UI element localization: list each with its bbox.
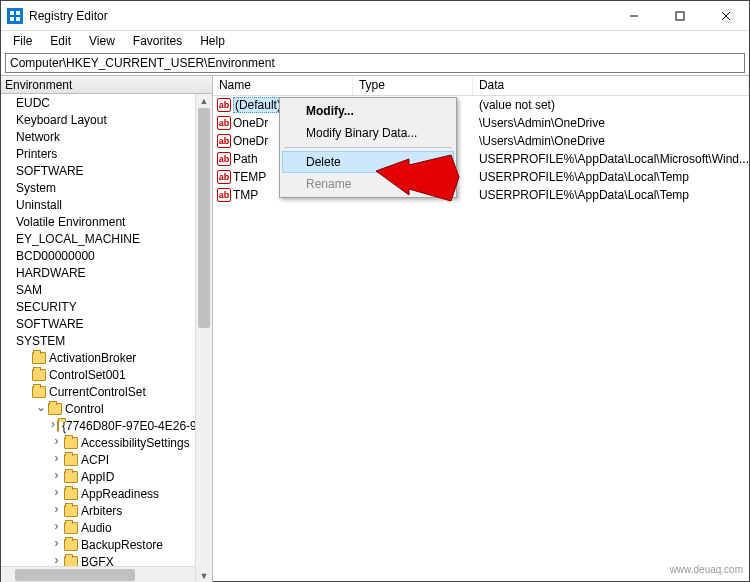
- tree-item[interactable]: HARDWARE: [1, 264, 212, 281]
- twisty-none: [3, 250, 14, 261]
- value-data: (value not set): [473, 98, 749, 112]
- tree-body[interactable]: EUDCKeyboard LayoutNetworkPrintersSOFTWA…: [1, 94, 212, 582]
- chevron-right-icon[interactable]: ›: [51, 437, 62, 448]
- column-name[interactable]: Name: [213, 76, 353, 95]
- minimize-button[interactable]: [611, 1, 657, 31]
- tree-item[interactable]: ControlSet001: [1, 366, 212, 383]
- scroll-thumb[interactable]: [198, 108, 210, 328]
- value-data: \Users\Admin\OneDrive: [473, 134, 749, 148]
- folder-icon: [32, 369, 46, 381]
- tree-item[interactable]: ›AppID: [1, 468, 212, 485]
- list-header: Name Type Data: [213, 76, 749, 96]
- tree-item[interactable]: ›AccessibilitySettings: [1, 434, 212, 451]
- column-type[interactable]: Type: [353, 76, 473, 95]
- folder-icon: [64, 539, 78, 551]
- tree-item[interactable]: Uninstall: [1, 196, 212, 213]
- tree-item[interactable]: ›BackupRestore: [1, 536, 212, 553]
- tree-item-label: Audio: [81, 521, 112, 535]
- chevron-down-icon[interactable]: ⌄: [35, 403, 46, 414]
- string-value-icon: ab: [217, 98, 231, 112]
- tree-item-label: EY_LOCAL_MACHINE: [16, 232, 140, 246]
- twisty-none: [3, 199, 14, 210]
- chevron-right-icon[interactable]: ›: [51, 539, 62, 550]
- tree-item[interactable]: SOFTWARE: [1, 162, 212, 179]
- scroll-thumb-h[interactable]: [15, 569, 135, 581]
- folder-icon: [64, 488, 78, 500]
- twisty-none: [3, 114, 14, 125]
- svg-rect-0: [10, 11, 14, 15]
- tree-item[interactable]: ActivationBroker: [1, 349, 212, 366]
- string-value-icon: ab: [217, 116, 231, 130]
- tree-item-label: BCD00000000: [16, 249, 95, 263]
- window-buttons: [611, 1, 749, 31]
- twisty-none: [3, 216, 14, 227]
- tree-item-label: Volatile Environment: [16, 215, 125, 229]
- context-modify[interactable]: Modify...: [282, 100, 454, 122]
- folder-icon: [64, 437, 78, 449]
- tree-scrollbar-vertical[interactable]: ▲ ▼: [195, 94, 212, 582]
- tree-item[interactable]: SECURITY: [1, 298, 212, 315]
- folder-icon: [64, 471, 78, 483]
- value-data: \Users\Admin\OneDrive: [473, 116, 749, 130]
- value-data: USERPROFILE%\AppData\Local\Temp: [473, 170, 749, 184]
- scroll-down-icon[interactable]: ▼: [196, 569, 212, 582]
- tree-item[interactable]: ⌄Control: [1, 400, 212, 417]
- tree-item[interactable]: EY_LOCAL_MACHINE: [1, 230, 212, 247]
- tree-item[interactable]: Keyboard Layout: [1, 111, 212, 128]
- tree-item[interactable]: SAM: [1, 281, 212, 298]
- context-modify-binary[interactable]: Modify Binary Data...: [282, 122, 454, 144]
- chevron-right-icon[interactable]: ›: [51, 488, 62, 499]
- tree-item[interactable]: ›ACPI: [1, 451, 212, 468]
- scroll-up-icon[interactable]: ▲: [196, 94, 212, 108]
- tree-item[interactable]: ›Arbiters: [1, 502, 212, 519]
- tree-item-label: ActivationBroker: [49, 351, 136, 365]
- folder-icon: [64, 454, 78, 466]
- tree-item[interactable]: Printers: [1, 145, 212, 162]
- chevron-right-icon[interactable]: ›: [51, 522, 62, 533]
- maximize-button[interactable]: [657, 1, 703, 31]
- tree-item[interactable]: ›AppReadiness: [1, 485, 212, 502]
- tree-item-label: Control: [65, 402, 104, 416]
- chevron-right-icon[interactable]: ›: [51, 420, 55, 431]
- tree-header[interactable]: Environment: [1, 76, 212, 94]
- svg-marker-8: [376, 155, 459, 201]
- tree-item-label: Arbiters: [81, 504, 122, 518]
- tree-item[interactable]: SYSTEM: [1, 332, 212, 349]
- tree-item[interactable]: Volatile Environment: [1, 213, 212, 230]
- twisty-none: [3, 335, 14, 346]
- tree-item-label: SOFTWARE: [16, 164, 84, 178]
- tree-item[interactable]: BCD00000000: [1, 247, 212, 264]
- tree-item-label: CurrentControlSet: [49, 385, 146, 399]
- tree-item[interactable]: ›Audio: [1, 519, 212, 536]
- svg-rect-3: [16, 17, 20, 21]
- tree-item-label: AppID: [81, 470, 114, 484]
- twisty-none: [3, 301, 14, 312]
- twisty-none: [3, 165, 14, 176]
- tree-scrollbar-horizontal[interactable]: [1, 566, 195, 582]
- tree-item[interactable]: CurrentControlSet: [1, 383, 212, 400]
- menu-help[interactable]: Help: [192, 32, 233, 50]
- menu-favorites[interactable]: Favorites: [125, 32, 190, 50]
- folder-icon: [57, 420, 59, 432]
- menu-view[interactable]: View: [81, 32, 123, 50]
- tree-item[interactable]: SOFTWARE: [1, 315, 212, 332]
- folder-icon: [48, 403, 62, 415]
- tree-item[interactable]: ›{7746D80F-97E0-4E26-9543: [1, 417, 212, 434]
- menu-file[interactable]: File: [5, 32, 40, 50]
- tree-item-label: AppReadiness: [81, 487, 159, 501]
- twisty-none: [3, 318, 14, 329]
- address-bar[interactable]: Computer\HKEY_CURRENT_USER\Environment: [5, 53, 745, 73]
- menu-edit[interactable]: Edit: [42, 32, 79, 50]
- tree-item[interactable]: Network: [1, 128, 212, 145]
- chevron-right-icon[interactable]: ›: [51, 505, 62, 516]
- twisty-none: [3, 97, 14, 108]
- chevron-right-icon[interactable]: ›: [51, 454, 62, 465]
- tree-item-label: SECURITY: [16, 300, 77, 314]
- folder-icon: [64, 505, 78, 517]
- tree-item-label: ControlSet001: [49, 368, 126, 382]
- close-button[interactable]: [703, 1, 749, 31]
- chevron-right-icon[interactable]: ›: [51, 471, 62, 482]
- column-data[interactable]: Data: [473, 76, 749, 95]
- tree-item[interactable]: EUDC: [1, 94, 212, 111]
- tree-item[interactable]: System: [1, 179, 212, 196]
